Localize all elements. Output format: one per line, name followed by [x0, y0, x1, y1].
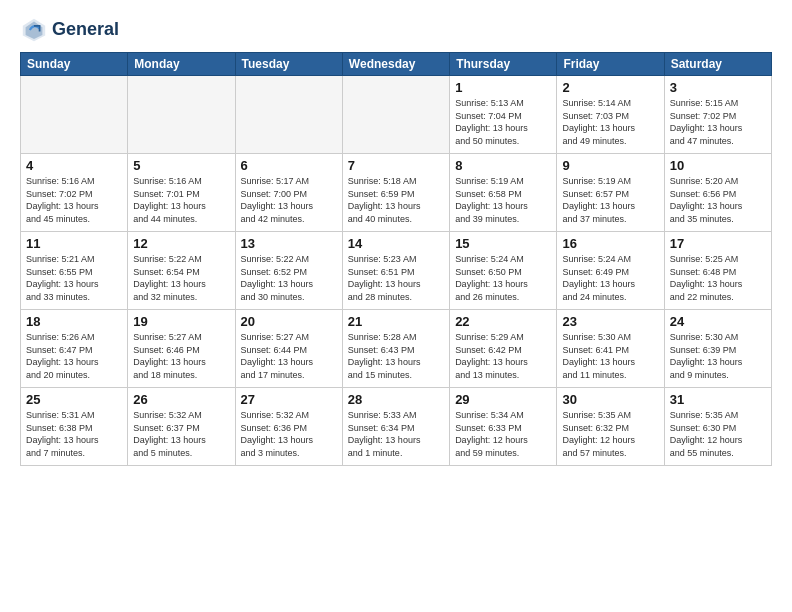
weekday-thursday: Thursday [450, 53, 557, 76]
day-number: 15 [455, 236, 551, 251]
weekday-monday: Monday [128, 53, 235, 76]
day-cell: 4Sunrise: 5:16 AM Sunset: 7:02 PM Daylig… [21, 154, 128, 232]
day-cell: 25Sunrise: 5:31 AM Sunset: 6:38 PM Dayli… [21, 388, 128, 466]
header: General [20, 16, 772, 44]
day-cell: 16Sunrise: 5:24 AM Sunset: 6:49 PM Dayli… [557, 232, 664, 310]
day-cell: 24Sunrise: 5:30 AM Sunset: 6:39 PM Dayli… [664, 310, 771, 388]
day-info: Sunrise: 5:26 AM Sunset: 6:47 PM Dayligh… [26, 331, 122, 381]
week-row-5: 25Sunrise: 5:31 AM Sunset: 6:38 PM Dayli… [21, 388, 772, 466]
day-info: Sunrise: 5:21 AM Sunset: 6:55 PM Dayligh… [26, 253, 122, 303]
day-info: Sunrise: 5:19 AM Sunset: 6:57 PM Dayligh… [562, 175, 658, 225]
day-cell: 2Sunrise: 5:14 AM Sunset: 7:03 PM Daylig… [557, 76, 664, 154]
logo-text: General [52, 20, 119, 40]
calendar: SundayMondayTuesdayWednesdayThursdayFrid… [20, 52, 772, 466]
day-info: Sunrise: 5:13 AM Sunset: 7:04 PM Dayligh… [455, 97, 551, 147]
day-cell: 30Sunrise: 5:35 AM Sunset: 6:32 PM Dayli… [557, 388, 664, 466]
day-cell: 23Sunrise: 5:30 AM Sunset: 6:41 PM Dayli… [557, 310, 664, 388]
day-info: Sunrise: 5:22 AM Sunset: 6:52 PM Dayligh… [241, 253, 337, 303]
day-info: Sunrise: 5:23 AM Sunset: 6:51 PM Dayligh… [348, 253, 444, 303]
day-number: 16 [562, 236, 658, 251]
day-cell: 31Sunrise: 5:35 AM Sunset: 6:30 PM Dayli… [664, 388, 771, 466]
day-cell: 27Sunrise: 5:32 AM Sunset: 6:36 PM Dayli… [235, 388, 342, 466]
day-cell: 11Sunrise: 5:21 AM Sunset: 6:55 PM Dayli… [21, 232, 128, 310]
day-info: Sunrise: 5:35 AM Sunset: 6:32 PM Dayligh… [562, 409, 658, 459]
day-cell: 26Sunrise: 5:32 AM Sunset: 6:37 PM Dayli… [128, 388, 235, 466]
day-cell: 8Sunrise: 5:19 AM Sunset: 6:58 PM Daylig… [450, 154, 557, 232]
day-cell: 29Sunrise: 5:34 AM Sunset: 6:33 PM Dayli… [450, 388, 557, 466]
day-number: 24 [670, 314, 766, 329]
day-number: 4 [26, 158, 122, 173]
day-info: Sunrise: 5:33 AM Sunset: 6:34 PM Dayligh… [348, 409, 444, 459]
day-number: 19 [133, 314, 229, 329]
day-info: Sunrise: 5:25 AM Sunset: 6:48 PM Dayligh… [670, 253, 766, 303]
day-cell: 28Sunrise: 5:33 AM Sunset: 6:34 PM Dayli… [342, 388, 449, 466]
day-number: 14 [348, 236, 444, 251]
day-number: 5 [133, 158, 229, 173]
weekday-tuesday: Tuesday [235, 53, 342, 76]
day-info: Sunrise: 5:30 AM Sunset: 6:41 PM Dayligh… [562, 331, 658, 381]
day-number: 1 [455, 80, 551, 95]
day-info: Sunrise: 5:16 AM Sunset: 7:02 PM Dayligh… [26, 175, 122, 225]
weekday-sunday: Sunday [21, 53, 128, 76]
logo: General [20, 16, 119, 44]
weekday-header-row: SundayMondayTuesdayWednesdayThursdayFrid… [21, 53, 772, 76]
day-info: Sunrise: 5:16 AM Sunset: 7:01 PM Dayligh… [133, 175, 229, 225]
day-cell: 14Sunrise: 5:23 AM Sunset: 6:51 PM Dayli… [342, 232, 449, 310]
day-cell: 13Sunrise: 5:22 AM Sunset: 6:52 PM Dayli… [235, 232, 342, 310]
day-cell [128, 76, 235, 154]
week-row-2: 4Sunrise: 5:16 AM Sunset: 7:02 PM Daylig… [21, 154, 772, 232]
day-number: 25 [26, 392, 122, 407]
day-number: 26 [133, 392, 229, 407]
day-info: Sunrise: 5:30 AM Sunset: 6:39 PM Dayligh… [670, 331, 766, 381]
weekday-wednesday: Wednesday [342, 53, 449, 76]
weekday-saturday: Saturday [664, 53, 771, 76]
day-number: 11 [26, 236, 122, 251]
day-info: Sunrise: 5:34 AM Sunset: 6:33 PM Dayligh… [455, 409, 551, 459]
day-number: 21 [348, 314, 444, 329]
day-cell: 18Sunrise: 5:26 AM Sunset: 6:47 PM Dayli… [21, 310, 128, 388]
day-number: 29 [455, 392, 551, 407]
day-number: 2 [562, 80, 658, 95]
day-number: 8 [455, 158, 551, 173]
day-number: 6 [241, 158, 337, 173]
day-number: 23 [562, 314, 658, 329]
day-cell: 19Sunrise: 5:27 AM Sunset: 6:46 PM Dayli… [128, 310, 235, 388]
day-cell [235, 76, 342, 154]
day-cell: 10Sunrise: 5:20 AM Sunset: 6:56 PM Dayli… [664, 154, 771, 232]
day-number: 17 [670, 236, 766, 251]
weekday-friday: Friday [557, 53, 664, 76]
day-info: Sunrise: 5:14 AM Sunset: 7:03 PM Dayligh… [562, 97, 658, 147]
day-cell: 6Sunrise: 5:17 AM Sunset: 7:00 PM Daylig… [235, 154, 342, 232]
day-number: 10 [670, 158, 766, 173]
logo-icon [20, 16, 48, 44]
day-info: Sunrise: 5:28 AM Sunset: 6:43 PM Dayligh… [348, 331, 444, 381]
week-row-3: 11Sunrise: 5:21 AM Sunset: 6:55 PM Dayli… [21, 232, 772, 310]
day-number: 20 [241, 314, 337, 329]
day-cell: 12Sunrise: 5:22 AM Sunset: 6:54 PM Dayli… [128, 232, 235, 310]
day-number: 28 [348, 392, 444, 407]
day-cell: 3Sunrise: 5:15 AM Sunset: 7:02 PM Daylig… [664, 76, 771, 154]
day-info: Sunrise: 5:32 AM Sunset: 6:36 PM Dayligh… [241, 409, 337, 459]
day-number: 18 [26, 314, 122, 329]
day-info: Sunrise: 5:24 AM Sunset: 6:49 PM Dayligh… [562, 253, 658, 303]
day-info: Sunrise: 5:22 AM Sunset: 6:54 PM Dayligh… [133, 253, 229, 303]
day-number: 27 [241, 392, 337, 407]
day-cell: 7Sunrise: 5:18 AM Sunset: 6:59 PM Daylig… [342, 154, 449, 232]
day-number: 22 [455, 314, 551, 329]
day-info: Sunrise: 5:31 AM Sunset: 6:38 PM Dayligh… [26, 409, 122, 459]
day-number: 9 [562, 158, 658, 173]
day-number: 3 [670, 80, 766, 95]
day-number: 12 [133, 236, 229, 251]
day-cell: 5Sunrise: 5:16 AM Sunset: 7:01 PM Daylig… [128, 154, 235, 232]
week-row-4: 18Sunrise: 5:26 AM Sunset: 6:47 PM Dayli… [21, 310, 772, 388]
day-info: Sunrise: 5:32 AM Sunset: 6:37 PM Dayligh… [133, 409, 229, 459]
day-info: Sunrise: 5:29 AM Sunset: 6:42 PM Dayligh… [455, 331, 551, 381]
day-cell: 1Sunrise: 5:13 AM Sunset: 7:04 PM Daylig… [450, 76, 557, 154]
day-info: Sunrise: 5:15 AM Sunset: 7:02 PM Dayligh… [670, 97, 766, 147]
day-cell: 9Sunrise: 5:19 AM Sunset: 6:57 PM Daylig… [557, 154, 664, 232]
day-info: Sunrise: 5:27 AM Sunset: 6:44 PM Dayligh… [241, 331, 337, 381]
day-info: Sunrise: 5:17 AM Sunset: 7:00 PM Dayligh… [241, 175, 337, 225]
day-info: Sunrise: 5:19 AM Sunset: 6:58 PM Dayligh… [455, 175, 551, 225]
day-info: Sunrise: 5:27 AM Sunset: 6:46 PM Dayligh… [133, 331, 229, 381]
day-number: 7 [348, 158, 444, 173]
